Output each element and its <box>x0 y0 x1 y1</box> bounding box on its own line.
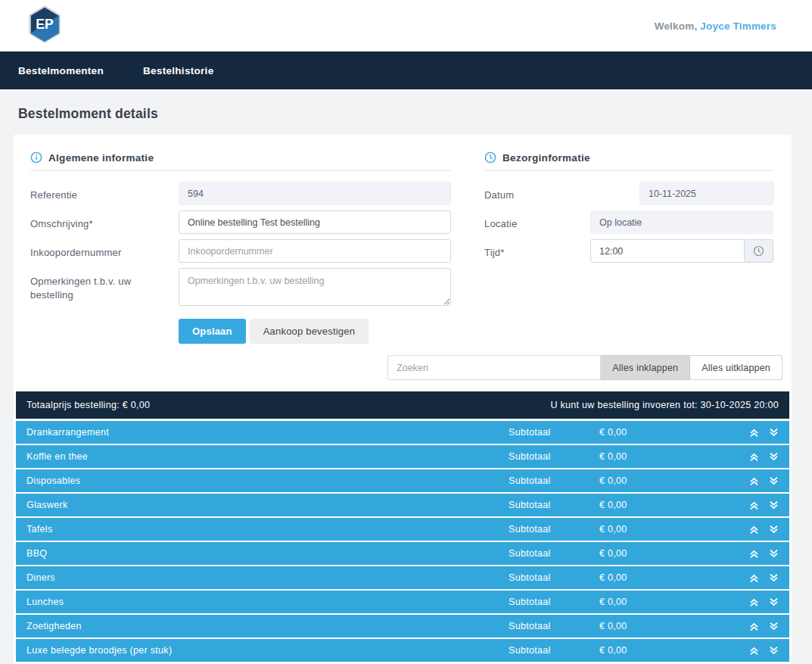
page-title: Bestelmoment details <box>18 106 812 122</box>
chevron-double-up-icon[interactable] <box>748 645 761 656</box>
delivery-info-section: Bezorginformatie Datum Locatie Tijd* <box>484 151 773 344</box>
chevron-double-down-icon[interactable] <box>767 427 780 438</box>
category-subtotal-value: € 0,00 <box>599 524 748 535</box>
omschrijving-field[interactable] <box>179 210 451 234</box>
category-subtotal-label: Subtotaal <box>509 500 599 510</box>
category-row[interactable]: Disposables Subtotaal € 0,00 <box>16 469 789 492</box>
total-price-value: € 0,00 <box>123 400 151 410</box>
category-row[interactable]: BBQ Subtotaal € 0,00 <box>16 542 789 565</box>
chevron-double-up-icon[interactable] <box>748 475 761 487</box>
general-info-section: Algemene informatie Referentie Omschrijv… <box>30 151 451 344</box>
inkoopordernummer-field[interactable] <box>179 239 451 263</box>
category-name: Lunches <box>26 597 509 607</box>
category-row[interactable]: Tafels Subtotaal € 0,00 <box>16 518 789 541</box>
category-subtotal-value: € 0,00 <box>599 645 748 656</box>
category-row[interactable]: Drankarrangement Subtotaal € 0,00 <box>16 421 789 444</box>
chevron-double-down-icon[interactable] <box>767 451 780 463</box>
opmerkingen-field[interactable] <box>179 268 451 306</box>
category-name: Disposables <box>26 475 509 486</box>
order-table: Totaalprijs bestelling: € 0,00 U kunt uw… <box>16 391 789 662</box>
category-subtotal-label: Subtotaal <box>509 475 599 486</box>
chevron-double-up-icon[interactable] <box>748 427 761 438</box>
category-subtotal-label: Subtotaal <box>509 572 599 583</box>
category-row[interactable]: Koffie en thee Subtotaal € 0,00 <box>16 445 789 468</box>
save-button[interactable]: Opslaan <box>179 319 246 344</box>
total-price-label: Totaalprijs bestelling: <box>26 400 120 410</box>
time-picker-button[interactable] <box>745 239 773 263</box>
chevron-double-down-icon[interactable] <box>767 524 780 535</box>
welcome-text: Welkom, Joyce Timmers <box>655 20 776 32</box>
general-info-title: Algemene informatie <box>48 152 154 164</box>
chevron-double-down-icon[interactable] <box>767 572 780 584</box>
collapse-all-button[interactable]: Alles inklappen <box>601 355 690 380</box>
clock-icon <box>484 151 496 164</box>
chevron-double-up-icon[interactable] <box>748 500 761 511</box>
category-subtotal-value: € 0,00 <box>599 475 748 486</box>
order-deadline-value: 30-10-2025 20:00 <box>701 400 779 410</box>
chevron-double-down-icon[interactable] <box>767 475 780 487</box>
locatie-label: Locatie <box>484 210 590 234</box>
tijd-label: Tijd* <box>484 239 590 263</box>
chevron-double-down-icon[interactable] <box>767 548 780 560</box>
category-subtotal-label: Subtotaal <box>509 427 599 438</box>
category-name: BBQ <box>26 548 509 559</box>
order-deadline-text: U kunt uw bestelling invoeren tot: 30-10… <box>550 400 779 410</box>
referentie-label: Referentie <box>30 182 179 205</box>
category-subtotal-value: € 0,00 <box>599 597 748 607</box>
category-name: Glaswerk <box>26 500 509 510</box>
opmerkingen-label: Opmerkingen t.b.v. uw bestelling <box>30 268 179 309</box>
category-subtotal-label: Subtotaal <box>509 597 599 607</box>
chevron-double-up-icon[interactable] <box>748 621 761 632</box>
category-subtotal-label: Subtotaal <box>509 524 599 535</box>
chevron-double-down-icon[interactable] <box>767 621 780 632</box>
category-list: Drankarrangement Subtotaal € 0,00 Koffie… <box>16 421 789 662</box>
category-name: Koffie en thee <box>26 451 509 462</box>
chevron-double-down-icon[interactable] <box>767 500 780 511</box>
chevron-double-up-icon[interactable] <box>748 451 761 463</box>
category-subtotal-label: Subtotaal <box>509 451 599 462</box>
nav-item-bestelmomenten[interactable]: Bestelmomenten <box>18 65 104 76</box>
order-summary-bar: Totaalprijs bestelling: € 0,00 U kunt uw… <box>16 391 789 419</box>
company-logo[interactable]: EP <box>27 5 62 46</box>
tijd-field[interactable] <box>590 239 745 263</box>
svg-text:EP: EP <box>36 17 54 32</box>
detail-card: Algemene informatie Referentie Omschrijv… <box>14 135 792 664</box>
search-input[interactable] <box>387 355 601 380</box>
category-name: Diners <box>26 572 509 583</box>
total-price-text: Totaalprijs bestelling: € 0,00 <box>26 400 150 410</box>
order-deadline-label: U kunt uw bestelling invoeren tot: <box>550 400 697 410</box>
nav-item-bestelhistorie[interactable]: Bestelhistorie <box>143 65 213 76</box>
category-subtotal-value: € 0,00 <box>599 572 748 583</box>
welcome-prefix: Welkom, <box>655 20 698 32</box>
category-row[interactable]: Diners Subtotaal € 0,00 <box>16 566 789 589</box>
chevron-double-down-icon[interactable] <box>767 645 780 656</box>
datum-field <box>639 182 774 205</box>
chevron-double-up-icon[interactable] <box>748 548 761 560</box>
category-name: Drankarrangement <box>26 427 509 438</box>
main-nav: Bestelmomenten Bestelhistorie <box>0 51 812 89</box>
category-row[interactable]: Luxe belegde broodjes (per stuk) Subtota… <box>16 639 789 662</box>
logo-hexagon-icon: EP <box>27 5 62 43</box>
category-row[interactable]: Zoetigheden Subtotaal € 0,00 <box>16 615 789 638</box>
confirm-purchase-button[interactable]: Aankoop bevestigen <box>250 319 369 344</box>
locatie-field <box>590 210 773 234</box>
expand-all-button[interactable]: Alles uitklappen <box>690 355 782 380</box>
table-toolbar: Alles inklappen Alles uitklappen <box>30 355 782 380</box>
info-icon <box>30 151 42 164</box>
category-name: Luxe belegde broodjes (per stuk) <box>26 645 509 656</box>
user-name-link[interactable]: Joyce Timmers <box>700 20 776 32</box>
category-subtotal-label: Subtotaal <box>509 548 599 559</box>
category-row[interactable]: Lunches Subtotaal € 0,00 <box>16 591 789 613</box>
category-subtotal-value: € 0,00 <box>599 427 748 438</box>
omschrijving-label: Omschrijving* <box>30 210 179 234</box>
category-subtotal-value: € 0,00 <box>599 451 748 462</box>
category-subtotal-label: Subtotaal <box>509 645 599 656</box>
chevron-double-up-icon[interactable] <box>748 597 761 608</box>
chevron-double-up-icon[interactable] <box>748 572 761 584</box>
chevron-double-down-icon[interactable] <box>767 597 780 608</box>
category-name: Tafels <box>26 524 509 535</box>
chevron-double-up-icon[interactable] <box>748 524 761 535</box>
datum-label: Datum <box>484 182 590 205</box>
category-subtotal-value: € 0,00 <box>599 621 748 631</box>
category-row[interactable]: Glaswerk Subtotaal € 0,00 <box>16 494 789 516</box>
